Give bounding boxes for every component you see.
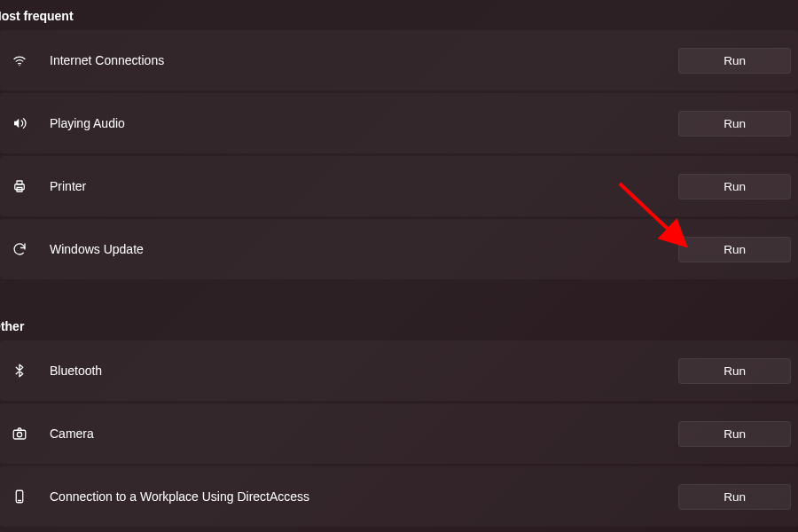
row-left: Bluetooth: [11, 362, 102, 379]
troubleshooter-row-directaccess: Connection to a Workplace Using DirectAc…: [0, 466, 798, 527]
run-button-bluetooth[interactable]: Run: [678, 358, 791, 384]
row-left: Playing Audio: [11, 114, 125, 132]
section-gap: [0, 282, 798, 310]
troubleshooter-row-internet-connections: Internet Connections Run: [0, 30, 798, 90]
row-left: Printer: [11, 177, 86, 195]
run-button-internet-connections[interactable]: Run: [678, 48, 791, 74]
run-button-printer[interactable]: Run: [678, 174, 791, 200]
row-left: Internet Connections: [11, 51, 164, 69]
update-icon: [11, 240, 28, 258]
printer-icon: [11, 177, 28, 195]
row-label: Connection to a Workplace Using DirectAc…: [50, 489, 309, 504]
svg-rect-4: [13, 430, 26, 439]
troubleshooter-row-printer: Printer Run: [0, 156, 798, 216]
section-header-other: Other: [0, 310, 798, 340]
run-button-playing-audio[interactable]: Run: [678, 111, 791, 137]
troubleshooter-row-bluetooth: Bluetooth Run: [0, 340, 798, 401]
troubleshooter-row-windows-update: Windows Update Run: [0, 219, 798, 279]
row-label: Windows Update: [50, 242, 144, 256]
row-left: Windows Update: [11, 240, 144, 258]
audio-icon: [11, 114, 28, 132]
run-button-windows-update[interactable]: Run: [678, 237, 791, 262]
row-label: Camera: [50, 426, 94, 441]
troubleshooter-row-playing-audio: Playing Audio Run: [0, 93, 798, 153]
bluetooth-icon: [11, 362, 28, 379]
row-left: Camera: [11, 425, 94, 442]
device-icon: [11, 488, 28, 505]
camera-icon: [11, 425, 28, 442]
row-label: Playing Audio: [50, 116, 125, 130]
row-left: Connection to a Workplace Using DirectAc…: [11, 488, 309, 505]
row-label: Printer: [50, 179, 86, 193]
svg-point-0: [19, 65, 20, 66]
run-button-directaccess[interactable]: Run: [678, 484, 791, 510]
row-label: Internet Connections: [50, 53, 164, 67]
svg-point-5: [17, 433, 21, 437]
run-button-camera[interactable]: Run: [678, 421, 791, 447]
troubleshooter-row-camera: Camera Run: [0, 403, 798, 464]
section-header-most-frequent: Most frequent: [0, 0, 798, 30]
wifi-icon: [11, 51, 28, 69]
row-label: Bluetooth: [50, 364, 102, 378]
svg-rect-1: [15, 184, 25, 190]
svg-rect-2: [17, 181, 22, 184]
